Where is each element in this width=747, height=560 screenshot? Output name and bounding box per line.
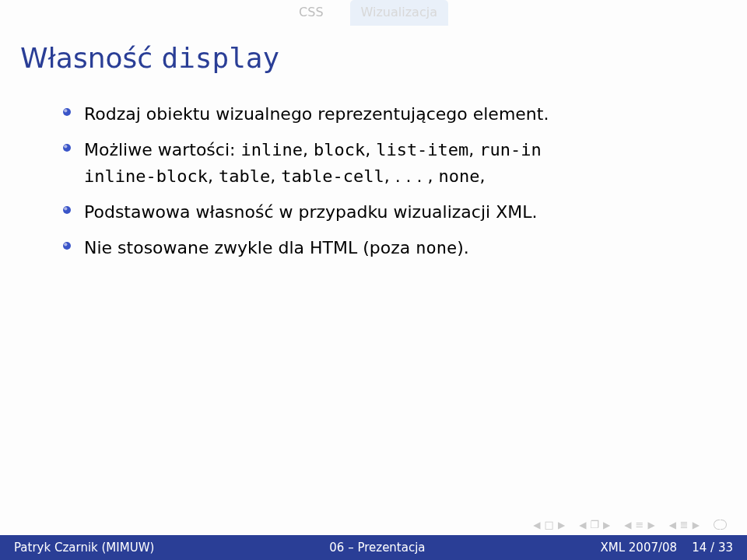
t: , (480, 166, 486, 186)
frame-icon[interactable]: ❐ (590, 519, 599, 530)
tab-css: CSS (299, 0, 323, 19)
code: table-cell (281, 166, 384, 186)
code: inline (240, 140, 302, 159)
code: block (314, 140, 365, 159)
next-icon[interactable]: ▶ (603, 520, 610, 530)
item-text: Możliwe wartości: inline, block, list-it… (84, 137, 542, 190)
footer-author: Patryk Czarnik (MIMUW) (0, 541, 154, 555)
prev-icon[interactable]: ◀ (533, 520, 540, 530)
item-text: Nie stosowane zwykle dla HTML (poza none… (84, 235, 469, 261)
t: Nie stosowane zwykle dla HTML (poza (84, 238, 416, 257)
title-code: display (161, 42, 279, 74)
footer-page: 14 / 33 (692, 541, 733, 555)
prev-icon[interactable]: ◀ (579, 520, 586, 530)
list-item: Nie stosowane zwykle dla HTML (poza none… (62, 235, 700, 261)
beamer-nav-symbols[interactable]: ◀ □ ▶ ◀ ❐ ▶ ◀ ≡ ▶ ◀ ≣ ▶ (533, 519, 727, 530)
t: , (365, 140, 376, 159)
svg-point-5 (64, 207, 67, 210)
code: none (416, 238, 457, 257)
nav-subsection[interactable]: ◀ ≡ ▶ (624, 519, 654, 530)
t: , (303, 140, 314, 159)
nav-back-forward[interactable] (714, 520, 727, 530)
item-text: Rodzaj obiektu wizualnego reprezentujące… (84, 101, 549, 128)
nav-section[interactable]: ◀ ≣ ▶ (669, 519, 700, 530)
t: Możliwe wartości: (84, 140, 240, 159)
item-text: Podstawowa własność w przypadku wizualiz… (84, 199, 537, 226)
svg-point-0 (63, 108, 71, 116)
title-prefix: Własność (20, 42, 161, 74)
slide-icon[interactable]: □ (545, 519, 554, 530)
list-item: Podstawowa własność w przypadku wizualiz… (62, 199, 700, 226)
back-icon[interactable] (714, 520, 720, 530)
footer-course: XML 2007/08 (600, 541, 677, 555)
code: inline-block (84, 166, 208, 186)
prev-icon[interactable]: ◀ (624, 520, 631, 530)
t: ). (457, 238, 469, 257)
tab-wizualizacja: Wizualizacja (350, 0, 448, 26)
next-icon[interactable]: ▶ (647, 520, 654, 530)
footer-bar: Patryk Czarnik (MIMUW) 06 – Prezentacja … (0, 535, 747, 560)
next-icon[interactable]: ▶ (693, 520, 700, 530)
nav-frame[interactable]: ◀ ❐ ▶ (579, 519, 610, 530)
t: , . . . , (384, 166, 439, 186)
footer-right: XML 2007/08 14 / 33 (600, 541, 747, 555)
nav-slide[interactable]: ◀ □ ▶ (533, 519, 565, 530)
slide-title: Własność display (20, 42, 279, 74)
t: , (270, 166, 281, 186)
svg-point-4 (63, 206, 71, 214)
section-icon[interactable]: ≣ (680, 519, 689, 530)
list-item: Możliwe wartości: inline, block, list-it… (62, 137, 700, 190)
svg-point-6 (63, 242, 71, 250)
footer-title: 06 – Prezentacja (154, 541, 600, 555)
forward-icon[interactable] (721, 520, 727, 530)
bullet-icon (62, 107, 72, 117)
list-item: Rodzaj obiektu wizualnego reprezentujące… (62, 101, 700, 128)
subsection-icon[interactable]: ≡ (635, 519, 644, 530)
content-area: Rodzaj obiektu wizualnego reprezentujące… (62, 101, 700, 271)
t: , (468, 140, 479, 159)
bullet-icon (62, 241, 72, 250)
svg-point-1 (64, 109, 67, 112)
code: list-item (376, 140, 468, 159)
code: none (439, 166, 480, 186)
prev-icon[interactable]: ◀ (669, 520, 676, 530)
section-tabs: CSS Wizualizacja (0, 0, 747, 26)
t: , (208, 166, 219, 186)
svg-point-2 (63, 144, 71, 152)
svg-point-7 (64, 243, 67, 247)
code: run-in (479, 140, 541, 159)
bullet-icon (62, 143, 72, 152)
svg-point-3 (64, 145, 67, 148)
code: table (219, 166, 270, 186)
next-icon[interactable]: ▶ (558, 520, 565, 530)
bullet-icon (62, 205, 72, 215)
